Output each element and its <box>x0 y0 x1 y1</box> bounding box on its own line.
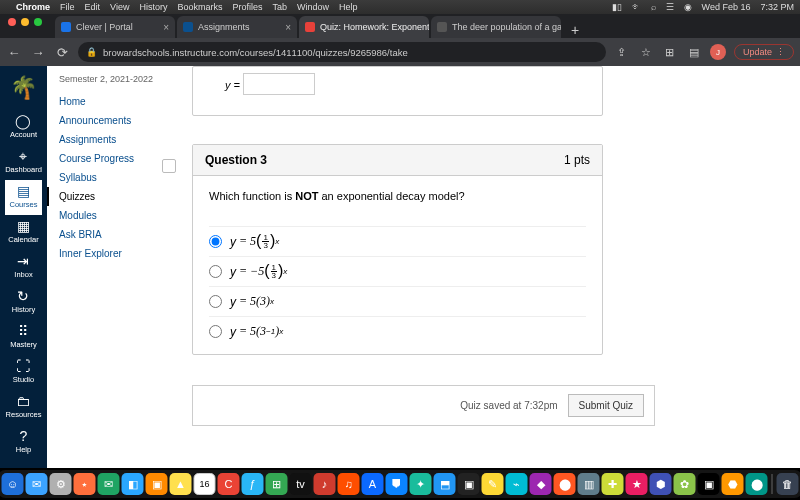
dock-app[interactable]: C <box>218 473 240 495</box>
dock-app[interactable]: ◆ <box>530 473 552 495</box>
dock-app[interactable]: tv <box>290 473 312 495</box>
mac-menu-item[interactable]: Help <box>339 2 358 12</box>
browser-tab-active[interactable]: Quiz: Homework: Exponential× <box>299 16 429 38</box>
answer-radio[interactable] <box>209 295 222 308</box>
dock-app[interactable]: ◧ <box>122 473 144 495</box>
gnav-history[interactable]: ↻History <box>5 285 42 320</box>
gnav-inbox[interactable]: ⇥Inbox <box>5 250 42 285</box>
dock-trash[interactable]: 🗑 <box>777 473 799 495</box>
dock-app[interactable]: ⌁ <box>506 473 528 495</box>
dock-app[interactable]: ⬣ <box>722 473 744 495</box>
dock-app[interactable]: ▥ <box>578 473 600 495</box>
mac-menu-item[interactable]: History <box>139 2 167 12</box>
dock-app[interactable]: ⛊ <box>386 473 408 495</box>
dock-app[interactable]: ✚ <box>602 473 624 495</box>
gnav-mastery[interactable]: ⠿Mastery <box>5 320 42 355</box>
gnav-help[interactable]: ?Help <box>5 425 42 460</box>
profile-avatar[interactable]: J <box>710 44 726 60</box>
course-nav-course-progress[interactable]: Course Progress <box>59 149 162 168</box>
dock-app[interactable]: ♪ <box>314 473 336 495</box>
answer-option[interactable]: y = 5(13)x <box>209 226 586 256</box>
mac-app-name[interactable]: Chrome <box>16 2 50 12</box>
course-nav-inner-explorer[interactable]: Inner Explorer <box>59 244 162 263</box>
browser-tab[interactable]: Assignments× <box>177 16 297 38</box>
gnav-dashboard[interactable]: ⌖Dashboard <box>5 145 42 180</box>
browser-tab[interactable]: Clever | Portal× <box>55 16 175 38</box>
dock-app[interactable]: ✿ <box>674 473 696 495</box>
flag-question-button[interactable] <box>162 159 176 173</box>
course-nav-ask-bria[interactable]: Ask BRIA <box>59 225 162 244</box>
dock-app[interactable]: ✉ <box>98 473 120 495</box>
dock-app[interactable]: ✦ <box>410 473 432 495</box>
course-nav-modules[interactable]: Modules <box>59 206 162 225</box>
dock-app[interactable]: 16 <box>194 473 216 495</box>
siri-icon[interactable]: ◉ <box>684 2 692 12</box>
dock-app[interactable]: ⬤ <box>554 473 576 495</box>
submit-quiz-button[interactable]: Submit Quiz <box>568 394 644 417</box>
gnav-resources[interactable]: 🗀Resources <box>5 390 42 425</box>
dock-app[interactable]: ▣ <box>698 473 720 495</box>
dock-app[interactable]: ★ <box>626 473 648 495</box>
reading-list-icon[interactable]: ▤ <box>686 46 702 59</box>
reload-button[interactable]: ⟳ <box>54 45 70 60</box>
share-icon[interactable]: ⇪ <box>614 46 630 59</box>
window-traffic-lights[interactable] <box>8 18 42 26</box>
dock-app[interactable]: ✎ <box>482 473 504 495</box>
dock-app[interactable]: ✉ <box>26 473 48 495</box>
dock-app[interactable]: ⭑ <box>74 473 96 495</box>
dock-app[interactable]: ⚙ <box>50 473 72 495</box>
canvas-logo[interactable]: 🌴 <box>6 70 42 106</box>
dock-app[interactable]: ☺ <box>2 473 24 495</box>
answer-option[interactable]: y = 5(3−1)x <box>209 316 586 346</box>
gnav-calendar[interactable]: ▦Calendar <box>5 215 42 250</box>
course-nav-announcements[interactable]: Announcements <box>59 111 162 130</box>
dock-app[interactable]: ♫ <box>338 473 360 495</box>
dock-app[interactable]: ▲ <box>170 473 192 495</box>
chrome-update-button[interactable]: Update ⋮ <box>734 44 794 60</box>
mac-menu-item[interactable]: Bookmarks <box>177 2 222 12</box>
menu-date[interactable]: Wed Feb 16 <box>702 2 751 12</box>
mac-menu-item[interactable]: File <box>60 2 75 12</box>
dock-app[interactable]: ƒ <box>242 473 264 495</box>
mac-menu-item[interactable]: Profiles <box>232 2 262 12</box>
menu-time[interactable]: 7:32 PM <box>760 2 794 12</box>
answer-radio[interactable] <box>209 235 222 248</box>
gnav-account[interactable]: ◯Account <box>5 110 42 145</box>
mac-menu-item[interactable]: Tab <box>272 2 287 12</box>
dock-app[interactable]: ⬒ <box>434 473 456 495</box>
gnav-courses[interactable]: ▤Courses <box>5 180 42 215</box>
answer-option[interactable]: y = 5(3)x <box>209 286 586 316</box>
close-icon[interactable]: × <box>159 22 169 33</box>
answer-math: y = 5(13)x <box>230 234 279 249</box>
back-button[interactable]: ← <box>6 45 22 60</box>
course-nav-home[interactable]: Home <box>59 92 162 111</box>
course-nav-assignments[interactable]: Assignments <box>59 130 162 149</box>
answer-radio[interactable] <box>209 325 222 338</box>
previous-answer-input[interactable] <box>243 73 315 95</box>
answer-option[interactable]: y = −5(13)x <box>209 256 586 286</box>
dock-app[interactable]: ⊞ <box>266 473 288 495</box>
control-center-icon[interactable]: ☰ <box>666 2 674 12</box>
dock-app[interactable]: ▣ <box>146 473 168 495</box>
dock-app[interactable]: A <box>362 473 384 495</box>
mac-menu-item[interactable]: View <box>110 2 129 12</box>
address-bar[interactable]: 🔒 browardschools.instructure.com/courses… <box>78 42 606 62</box>
course-nav-quizzes[interactable]: Quizzes <box>47 187 162 206</box>
bookmark-icon[interactable]: ☆ <box>638 46 654 59</box>
new-tab-button[interactable]: + <box>563 22 587 38</box>
mac-menu-item[interactable]: Window <box>297 2 329 12</box>
answer-math: y = 5(3)x <box>230 294 274 309</box>
mac-menu-item[interactable]: Edit <box>85 2 101 12</box>
search-icon[interactable]: ⌕ <box>651 2 656 12</box>
close-icon[interactable]: × <box>281 22 291 33</box>
answer-radio[interactable] <box>209 265 222 278</box>
dock-app[interactable]: ⬤ <box>746 473 768 495</box>
forward-button[interactable]: → <box>30 45 46 60</box>
dock-app[interactable]: ▣ <box>458 473 480 495</box>
extensions-icon[interactable]: ⊞ <box>662 46 678 59</box>
dock-app[interactable]: ⬢ <box>650 473 672 495</box>
course-nav-syllabus[interactable]: Syllabus <box>59 168 162 187</box>
dashboard-icon: ⌖ <box>5 149 42 164</box>
gnav-studio[interactable]: ⛶Studio <box>5 355 42 390</box>
browser-tab[interactable]: The deer population of a game× <box>431 16 561 38</box>
